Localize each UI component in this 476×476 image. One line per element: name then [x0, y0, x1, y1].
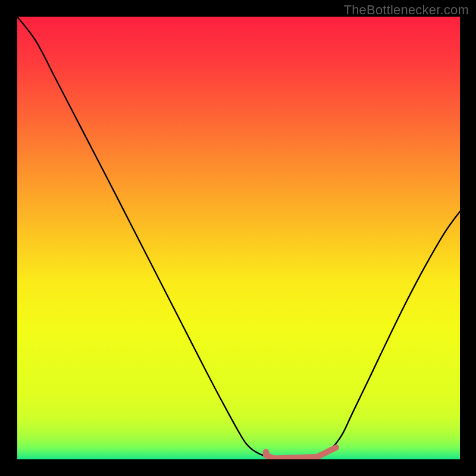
plot-area — [17, 17, 460, 459]
gradient-background — [17, 17, 460, 459]
chart-frame: TheBottlenecker.com — [0, 0, 476, 476]
highlight-segment — [274, 457, 317, 458]
watermark-text: TheBottlenecker.com — [344, 2, 469, 18]
plot-svg — [17, 17, 460, 459]
highlight-point — [262, 449, 269, 456]
